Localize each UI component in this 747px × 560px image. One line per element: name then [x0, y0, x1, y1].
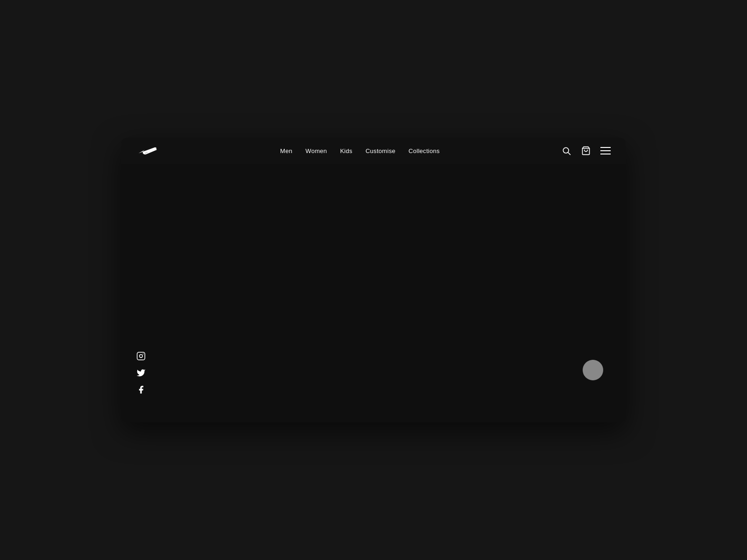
page-wrapper: Men Women Kids Customise Collections — [0, 0, 747, 560]
twitter-link[interactable] — [136, 368, 146, 378]
facebook-link[interactable] — [136, 385, 146, 394]
scroll-indicator[interactable] — [583, 360, 603, 380]
svg-point-8 — [143, 354, 144, 355]
nav-link-customise[interactable]: Customise — [366, 147, 395, 154]
cart-icon — [581, 146, 591, 155]
nav-link-men[interactable]: Men — [280, 147, 292, 154]
main-content — [121, 164, 626, 422]
instagram-link[interactable] — [136, 351, 146, 361]
cart-button[interactable] — [581, 146, 591, 156]
nike-logo[interactable] — [136, 143, 159, 158]
browser-window: Men Women Kids Customise Collections — [121, 138, 626, 422]
nike-swoosh-icon — [136, 143, 159, 158]
twitter-icon — [136, 368, 146, 378]
hamburger-icon — [600, 147, 611, 155]
nav-link-collections[interactable]: Collections — [409, 147, 440, 154]
nav-link-kids[interactable]: Kids — [340, 147, 352, 154]
svg-line-1 — [568, 153, 571, 155]
menu-button[interactable] — [600, 146, 611, 156]
nav-link-women[interactable]: Women — [305, 147, 327, 154]
instagram-icon — [136, 351, 146, 361]
search-icon — [562, 146, 571, 155]
nav-links: Men Women Kids Customise Collections — [280, 147, 440, 154]
facebook-icon — [136, 385, 146, 394]
social-icons — [136, 351, 146, 394]
search-button[interactable] — [561, 146, 571, 156]
svg-point-7 — [140, 355, 143, 358]
nav-actions — [561, 146, 611, 156]
navbar: Men Women Kids Customise Collections — [121, 138, 626, 164]
svg-rect-6 — [137, 352, 145, 360]
